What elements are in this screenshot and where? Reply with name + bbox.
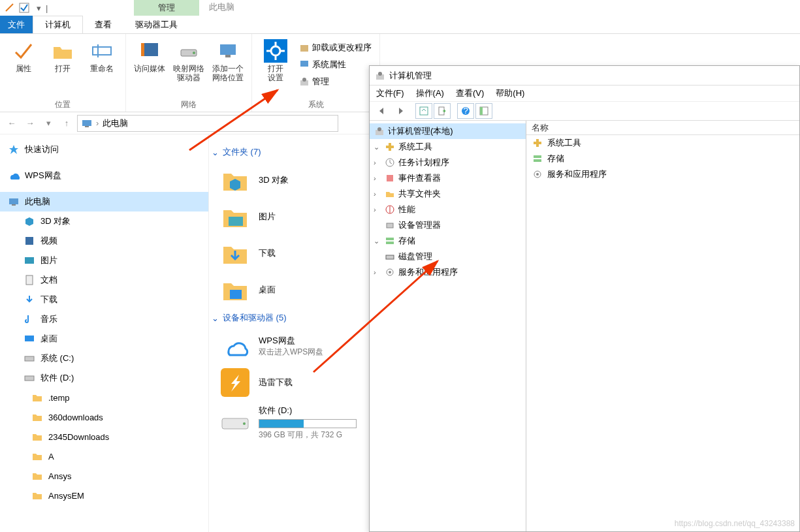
tree-share[interactable]: ›共享文件夹 <box>370 186 526 202</box>
right-systools[interactable]: 系统工具 <box>526 135 799 151</box>
access-media-button[interactable]: 访问媒体 <box>131 38 168 84</box>
tb-export[interactable] <box>434 103 451 119</box>
back-button[interactable]: ← <box>4 116 20 131</box>
nav-this-pc[interactable]: 此电脑 <box>0 192 208 211</box>
nav-pictures[interactable]: 图片 <box>0 251 208 270</box>
folder-icon <box>31 450 43 462</box>
nav-folder-a[interactable]: A <box>0 446 208 466</box>
tree-diskmgmt[interactable]: 磁盘管理 <box>370 249 526 264</box>
expand-icon[interactable]: › <box>374 174 381 182</box>
nav-folder-ansys[interactable]: Ansys <box>0 466 208 486</box>
expand-icon[interactable]: › <box>374 206 381 213</box>
expand-icon[interactable]: ⌄ <box>374 143 381 151</box>
sysprops-button[interactable]: 系统属性 <box>296 57 374 72</box>
uninstall-button[interactable]: 卸载或更改程序 <box>296 40 374 55</box>
menu-action[interactable]: 操作(A) <box>416 87 444 99</box>
col-header-name[interactable]: 名称 <box>526 121 799 135</box>
svg-rect-19 <box>82 120 91 126</box>
svg-rect-39 <box>420 107 428 115</box>
properties-button[interactable]: 属性 <box>5 38 42 74</box>
expand-icon[interactable]: › <box>374 268 381 276</box>
nav-folder-360[interactable]: 360downloads <box>0 407 208 427</box>
svg-rect-54 <box>386 238 394 240</box>
nav-downloads[interactable]: 下载 <box>0 290 208 309</box>
xunlei-icon <box>221 368 249 397</box>
event-icon <box>384 172 396 184</box>
forward-button[interactable]: → <box>22 116 38 131</box>
tb-forward[interactable] <box>392 103 409 119</box>
svg-rect-27 <box>26 275 33 285</box>
nav-quick-access[interactable]: 快速访问 <box>0 140 208 159</box>
tab-file[interactable]: 文件 <box>0 16 33 33</box>
nav-folder-temp[interactable]: .temp <box>0 388 208 407</box>
mgmt-toolbar: ? <box>370 101 799 121</box>
expand-icon[interactable]: › <box>374 190 381 198</box>
mgmt-titlebar[interactable]: 计算机管理 <box>370 66 799 86</box>
menu-view[interactable]: 查看(V) <box>456 87 484 99</box>
open-button[interactable]: 打开 <box>44 38 81 74</box>
nav-desktop[interactable]: 桌面 <box>0 329 208 349</box>
folder-icon <box>31 411 43 423</box>
tb-up[interactable] <box>415 103 432 119</box>
tree-event[interactable]: ›事件查看器 <box>370 170 526 186</box>
right-services[interactable]: 服务和应用程序 <box>526 166 799 182</box>
qat-props-icon[interactable] <box>3 1 17 15</box>
storage-icon <box>532 153 543 164</box>
tree-services[interactable]: ›服务和应用程序 <box>370 264 526 280</box>
open-settings-button[interactable]: 打开 设置 <box>257 38 294 89</box>
map-drive-button[interactable]: 映射网络 驱动器 <box>170 38 207 84</box>
qat-dropdown-icon[interactable]: ▾ <box>31 1 46 15</box>
nav-drive-c[interactable]: 系统 (C:) <box>0 349 208 368</box>
folder-icon <box>31 490 43 501</box>
add-netloc-button[interactable]: 添加一个 网络位置 <box>210 38 246 84</box>
nav-folder-ansysem[interactable]: AnsysEM <box>0 486 208 505</box>
nav-wps[interactable]: WPS网盘 <box>0 166 208 185</box>
address-text: 此电脑 <box>103 117 128 129</box>
drive-icon <box>177 39 200 63</box>
menu-help[interactable]: 帮助(H) <box>496 87 524 99</box>
address-bar[interactable]: › 此电脑 <box>77 115 338 132</box>
tab-driver-tools[interactable]: 驱动器工具 <box>123 16 189 33</box>
disk-usage-bar <box>259 419 357 428</box>
nav-documents[interactable]: 文档 <box>0 270 208 290</box>
nav-folder-2345[interactable]: 2345Downloads <box>0 427 208 446</box>
nav-videos[interactable]: 视频 <box>0 231 208 251</box>
folder-large-icon <box>221 239 249 268</box>
tree-task[interactable]: ›任务计划程序 <box>370 155 526 170</box>
expand-icon[interactable]: › <box>374 159 381 166</box>
tree-storage[interactable]: ⌄存储 <box>370 233 526 249</box>
history-dropdown[interactable]: ▾ <box>40 116 56 131</box>
pc-icon <box>8 196 20 208</box>
folder-large-icon <box>221 275 249 304</box>
svg-rect-32 <box>229 217 243 226</box>
expand-icon[interactable]: ⌄ <box>374 237 381 245</box>
tb-view[interactable] <box>475 103 492 119</box>
tab-computer[interactable]: 计算机 <box>33 16 83 33</box>
manage-icon <box>299 76 310 87</box>
rename-button[interactable]: 重命名 <box>84 38 120 74</box>
tab-view[interactable]: 查看 <box>83 16 123 33</box>
tree-root[interactable]: 计算机管理(本地) <box>370 123 526 139</box>
right-storage[interactable]: 存储 <box>526 151 799 166</box>
nav-3dobjects[interactable]: 3D 对象 <box>0 211 208 231</box>
nav-drive-d[interactable]: 软件 (D:) <box>0 368 208 388</box>
drive-icon <box>24 352 35 364</box>
tree-perf[interactable]: ›性能 <box>370 202 526 217</box>
menu-file[interactable]: 文件(F) <box>376 87 404 99</box>
context-tab-manage[interactable]: 管理 <box>134 0 199 16</box>
svg-rect-4 <box>141 43 144 56</box>
up-button[interactable]: ↑ <box>59 116 74 131</box>
qat-check-icon[interactable] <box>17 1 31 15</box>
media-icon <box>138 39 161 63</box>
ribbon-group-location: 属性 打开 重命名 位置 <box>0 34 126 112</box>
tb-back[interactable] <box>374 103 391 119</box>
nav-music[interactable]: 音乐 <box>0 309 208 329</box>
manage-button[interactable]: 管理 <box>296 74 374 89</box>
cube-icon <box>24 215 35 227</box>
tree-systools[interactable]: ⌄系统工具 <box>370 139 526 155</box>
chevron-down-icon: ⌄ <box>212 148 219 157</box>
tree-devmgr[interactable]: 设备管理器 <box>370 217 526 233</box>
tb-help[interactable]: ? <box>457 103 474 119</box>
desktop-icon <box>24 333 35 345</box>
check-icon <box>12 39 35 63</box>
